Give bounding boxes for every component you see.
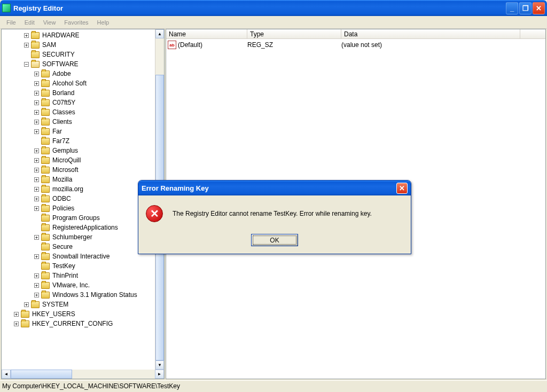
- expand-icon[interactable]: +: [24, 33, 29, 38]
- scroll-thumb-h[interactable]: [11, 370, 72, 379]
- tree-item[interactable]: +Schlumberger: [2, 232, 155, 242]
- tree-item[interactable]: +Far: [2, 127, 155, 136]
- tree-item[interactable]: RegisteredApplications: [2, 223, 155, 232]
- tree-item[interactable]: Far7Z: [2, 136, 155, 146]
- expand-icon[interactable]: +: [34, 293, 39, 297]
- expand-icon[interactable]: +: [34, 206, 39, 211]
- list-row[interactable]: ab (Default) REG_SZ (value not set): [166, 39, 545, 49]
- expand-icon[interactable]: +: [14, 322, 19, 326]
- minimize-button[interactable]: _: [506, 2, 518, 14]
- tree-item[interactable]: +Windows 3.1 Migration Status: [2, 290, 155, 300]
- folder-icon: [41, 282, 50, 289]
- expand-icon[interactable]: +: [34, 110, 39, 115]
- expand-icon[interactable]: +: [34, 129, 39, 134]
- expand-icon[interactable]: +: [34, 283, 39, 288]
- tree-item[interactable]: +Clients: [2, 117, 155, 127]
- tree-item[interactable]: +Borland: [2, 88, 155, 98]
- col-name[interactable]: Name: [166, 29, 247, 39]
- tree-item[interactable]: Program Groups: [2, 213, 155, 223]
- tree-item-label: SYSTEM: [41, 300, 69, 309]
- tree-item[interactable]: Secure: [2, 242, 155, 252]
- string-value-icon: ab: [168, 41, 176, 49]
- collapse-icon[interactable]: −: [24, 62, 29, 67]
- folder-icon: [41, 119, 50, 126]
- dialog-close-button[interactable]: ✕: [396, 183, 408, 194]
- expand-icon[interactable]: +: [34, 254, 39, 259]
- registry-tree[interactable]: +HARDWARE+SAMSECURITY−SOFTWARE+Adobe+Alc…: [2, 29, 155, 370]
- menu-edit[interactable]: Edit: [20, 18, 39, 27]
- tree-item[interactable]: +Microsoft: [2, 165, 155, 175]
- expand-icon[interactable]: +: [34, 100, 39, 105]
- folder-icon: [41, 244, 50, 250]
- tree-item[interactable]: SECURITY: [2, 50, 155, 59]
- tree-item[interactable]: +Classes: [2, 107, 155, 117]
- folder-icon: [41, 128, 50, 135]
- menu-bar: File Edit View Favorites Help: [0, 16, 547, 29]
- expand-icon[interactable]: +: [34, 120, 39, 124]
- expand-icon[interactable]: +: [34, 168, 39, 173]
- maximize-button[interactable]: ❐: [519, 2, 532, 14]
- menu-file[interactable]: File: [2, 18, 20, 27]
- folder-icon: [41, 272, 50, 279]
- folder-icon: [21, 320, 29, 327]
- expand-icon[interactable]: +: [34, 158, 39, 163]
- scroll-right-arrow-icon[interactable]: ►: [155, 370, 164, 379]
- tree-item[interactable]: +Alcohol Soft: [2, 79, 155, 88]
- tree-item-label: HKEY_CURRENT_CONFIG: [31, 319, 114, 328]
- tree-item-label: RegisteredApplications: [51, 223, 119, 232]
- tree-item[interactable]: +ThinPrint: [2, 271, 155, 280]
- tree-item[interactable]: +Snowball Interactive: [2, 252, 155, 261]
- expand-icon[interactable]: +: [34, 273, 39, 278]
- tree-item[interactable]: +ODBC: [2, 194, 155, 203]
- tree-item-label: Gemplus: [51, 146, 79, 155]
- menu-help[interactable]: Help: [93, 18, 114, 27]
- tree-item[interactable]: +SAM: [2, 40, 155, 50]
- menu-favorites[interactable]: Favorites: [60, 18, 92, 27]
- col-spacer: [520, 29, 545, 39]
- scroll-down-arrow-icon[interactable]: ▼: [155, 360, 164, 370]
- tree-item[interactable]: −SOFTWARE: [2, 59, 155, 69]
- expand-icon[interactable]: +: [34, 177, 39, 182]
- expand-icon[interactable]: +: [34, 197, 39, 201]
- tree-item-label: Policies: [51, 204, 75, 213]
- expand-icon[interactable]: +: [34, 187, 39, 192]
- tree-item-label: Classes: [51, 108, 76, 116]
- expand-icon[interactable]: +: [34, 91, 39, 96]
- tree-item-label: Far7Z: [51, 137, 71, 145]
- tree-item[interactable]: +Gemplus: [2, 146, 155, 155]
- folder-icon: [41, 263, 50, 270]
- expand-icon[interactable]: +: [14, 312, 19, 317]
- col-type[interactable]: Type: [247, 29, 341, 39]
- scroll-left-arrow-icon[interactable]: ◄: [2, 370, 11, 379]
- tree-item[interactable]: +mozilla.org: [2, 184, 155, 194]
- tree-item[interactable]: +VMware, Inc.: [2, 280, 155, 290]
- tree-item[interactable]: +Adobe: [2, 69, 155, 79]
- expand-icon[interactable]: +: [34, 148, 39, 153]
- tree-item-label: SECURITY: [41, 50, 76, 59]
- list-header[interactable]: Name Type Data: [166, 29, 545, 39]
- error-icon: ✕: [146, 205, 163, 222]
- expand-icon[interactable]: +: [34, 235, 39, 240]
- scroll-up-arrow-icon[interactable]: ▲: [155, 29, 164, 38]
- col-data[interactable]: Data: [341, 29, 520, 39]
- tree-item[interactable]: +SYSTEM: [2, 300, 155, 309]
- expand-icon[interactable]: +: [24, 43, 29, 48]
- tree-item[interactable]: +HARDWARE: [2, 30, 155, 40]
- expand-icon[interactable]: +: [24, 302, 29, 307]
- tree-item[interactable]: +Mozilla: [2, 175, 155, 184]
- expand-icon[interactable]: +: [34, 81, 39, 86]
- tree-item[interactable]: +Policies: [2, 203, 155, 213]
- folder-icon: [31, 51, 40, 58]
- close-button[interactable]: ✕: [533, 2, 545, 14]
- tree-item[interactable]: +HKEY_CURRENT_CONFIG: [2, 319, 155, 328]
- folder-icon: [41, 253, 50, 260]
- tree-item[interactable]: +HKEY_USERS: [2, 309, 155, 319]
- ok-button[interactable]: OK: [251, 234, 298, 246]
- tree-item[interactable]: TestKey: [2, 261, 155, 271]
- tree-item[interactable]: +MicroQuill: [2, 155, 155, 165]
- dialog-message: The Registry Editor cannot rename TestKe…: [173, 210, 372, 217]
- tree-item[interactable]: +C07ft5Y: [2, 98, 155, 107]
- tree-horizontal-scrollbar[interactable]: ◄ ►: [2, 370, 164, 379]
- menu-view[interactable]: View: [39, 18, 60, 27]
- expand-icon[interactable]: +: [34, 72, 39, 76]
